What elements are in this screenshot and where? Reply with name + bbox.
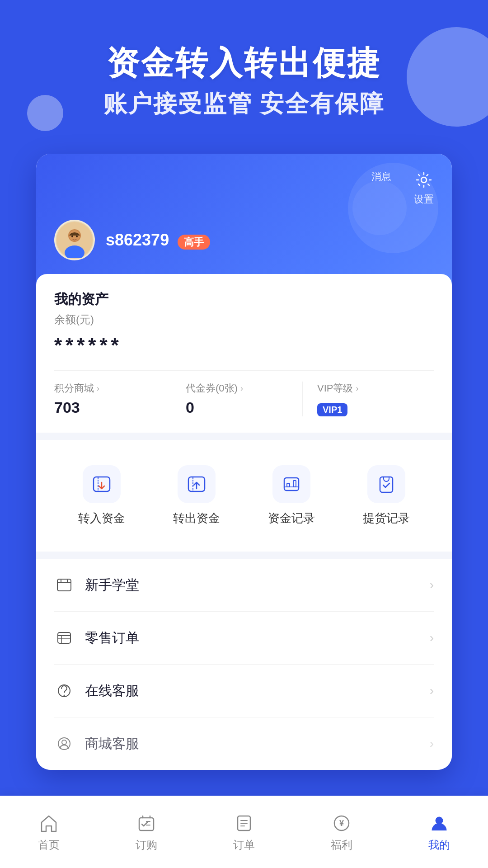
svg-rect-12 <box>380 477 393 492</box>
assets-title: 我的资产 <box>54 290 434 309</box>
avatar-image <box>56 222 93 258</box>
pickup-record-label: 提货记录 <box>363 510 410 526</box>
message-icon-item[interactable]: 消息 <box>371 170 391 206</box>
fund-record-icon <box>281 473 302 495</box>
nav-order-buy[interactable]: 订购 <box>127 808 166 857</box>
settings-label: 设置 <box>414 193 434 206</box>
fund-record-icon-wrap <box>272 465 310 503</box>
settings-icon <box>414 170 434 190</box>
svg-point-21 <box>62 740 66 745</box>
nav-orders[interactable]: 订单 <box>224 808 264 857</box>
action-transfer-in[interactable]: 转入资金 <box>78 465 125 526</box>
menu-item-support[interactable]: 在线客服 › <box>54 665 434 717</box>
action-pickup-record[interactable]: 提货记录 <box>363 465 410 526</box>
support-icon <box>54 681 74 701</box>
nearby-chevron: › <box>430 736 434 751</box>
stat-vip-value: VIP1 <box>317 399 434 416</box>
menu-item-nearby[interactable]: 商城客服 › <box>54 717 434 770</box>
beginner-icon <box>54 575 74 595</box>
beginner-text: 新手学堂 <box>85 576 419 594</box>
username: s862379 <box>106 231 169 249</box>
user-row: s862379 高手 <box>54 220 434 260</box>
divider-1 <box>36 433 452 440</box>
stat-vip[interactable]: VIP等级 › VIP1 <box>302 382 434 416</box>
nav-mine-label: 我的 <box>428 838 450 852</box>
settings-icon-item[interactable]: 设置 <box>414 170 434 206</box>
stat-points-chevron: › <box>97 384 99 393</box>
stat-vip-chevron: › <box>356 384 358 393</box>
nav-orders-label: 订单 <box>233 838 255 852</box>
transfer-in-icon-wrap <box>83 465 121 503</box>
pickup-record-icon-wrap <box>367 465 405 503</box>
retail-chevron: › <box>430 631 434 645</box>
balance-amount: ****** <box>54 334 434 357</box>
stats-row: 积分商城 › 703 代金券(0张) › 0 VIP等级 › <box>54 370 434 416</box>
retail-icon <box>54 628 74 648</box>
support-chevron: › <box>430 684 434 698</box>
svg-rect-9 <box>287 483 290 487</box>
transfer-out-icon <box>186 473 207 495</box>
menu-item-retail[interactable]: 零售订单 › <box>54 612 434 665</box>
transfer-out-icon-wrap <box>178 465 216 503</box>
nav-order-buy-label: 订购 <box>136 838 157 852</box>
nav-home-label: 首页 <box>38 838 60 852</box>
svg-rect-8 <box>284 478 299 491</box>
mine-icon <box>428 812 450 834</box>
action-fund-record[interactable]: 资金记录 <box>268 465 315 526</box>
hero-section: 资金转入转出便捷 账户接受监管 安全有保障 <box>0 45 488 120</box>
card-header: 消息 设置 <box>36 154 452 433</box>
transfer-in-icon <box>91 473 113 495</box>
assets-section: 我的资产 余额(元) ****** 积分商城 › 703 代金券(0张) › 0 <box>36 274 452 433</box>
pickup-record-icon <box>375 473 397 495</box>
stat-points-label: 积分商城 › <box>54 382 171 395</box>
actions-row: 转入资金 转出资金 <box>54 465 434 526</box>
svg-rect-13 <box>57 579 71 591</box>
svg-rect-14 <box>58 632 70 643</box>
stat-voucher-value: 0 <box>186 399 302 416</box>
svg-rect-10 <box>293 481 296 487</box>
hero-subtitle: 账户接受监管 安全有保障 <box>0 88 488 120</box>
svg-text:¥: ¥ <box>339 819 344 828</box>
transfer-in-label: 转入资金 <box>78 510 125 526</box>
nav-mine[interactable]: 我的 <box>419 808 459 857</box>
retail-text: 零售订单 <box>85 629 419 647</box>
vip-badge: VIP1 <box>317 403 347 416</box>
user-info: s862379 高手 <box>106 231 210 250</box>
stat-points-value: 703 <box>54 399 171 416</box>
stat-voucher-chevron: › <box>240 384 243 393</box>
nearby-icon <box>54 734 74 754</box>
fund-record-label: 资金记录 <box>268 510 315 526</box>
stat-points[interactable]: 积分商城 › 703 <box>54 382 171 416</box>
transfer-out-label: 转出资金 <box>173 510 220 526</box>
menu-section: 新手学堂 › 零售订单 › <box>36 559 452 770</box>
message-label: 消息 <box>371 170 391 184</box>
support-text: 在线客服 <box>85 682 419 700</box>
top-icons-row: 消息 设置 <box>54 170 434 206</box>
stat-voucher-label: 代金券(0张) › <box>186 382 302 395</box>
nav-welfare-label: 福利 <box>331 838 352 852</box>
svg-point-19 <box>64 695 65 696</box>
svg-point-4 <box>71 236 73 237</box>
beginner-chevron: › <box>430 578 434 592</box>
expert-badge: 高手 <box>178 235 210 250</box>
main-card: 消息 设置 <box>36 154 452 770</box>
svg-point-5 <box>76 236 78 237</box>
menu-item-beginner[interactable]: 新手学堂 › <box>54 559 434 612</box>
orders-icon <box>233 812 255 834</box>
actions-section: 转入资金 转出资金 <box>36 447 452 544</box>
divider-2 <box>36 552 452 559</box>
nav-home[interactable]: 首页 <box>29 808 69 857</box>
welfare-icon: ¥ <box>331 812 352 834</box>
nav-welfare[interactable]: ¥ 福利 <box>322 808 361 857</box>
bottom-nav: 首页 订购 订单 ¥ <box>0 796 488 868</box>
stat-vip-label: VIP等级 › <box>317 382 434 395</box>
hero-title: 资金转入转出便捷 <box>0 45 488 81</box>
order-buy-icon <box>136 812 157 834</box>
avatar <box>54 220 95 260</box>
action-transfer-out[interactable]: 转出资金 <box>173 465 220 526</box>
stat-voucher[interactable]: 代金券(0张) › 0 <box>171 382 302 416</box>
balance-label: 余额(元) <box>54 312 434 327</box>
nearby-text: 商城客服 <box>85 735 419 753</box>
home-icon <box>38 812 60 834</box>
